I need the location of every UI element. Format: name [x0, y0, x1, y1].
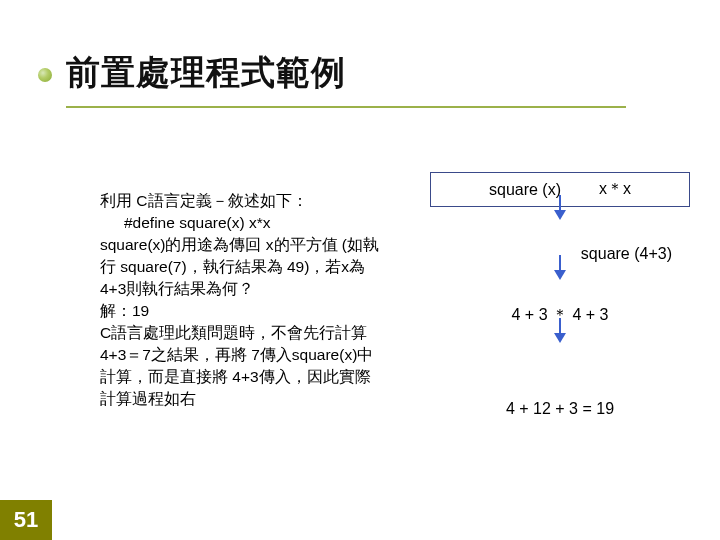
box-left: square (x)	[489, 181, 561, 199]
step2-a: 4 + 3	[512, 306, 548, 323]
slide: 前置處理程式範例 利用 C語言定義－敘述如下： #define square(x…	[0, 0, 720, 540]
box-right-star-icon: ＊	[607, 180, 623, 197]
final-line: 4 + 12 + 3 = 19	[430, 400, 690, 418]
arrow-2	[430, 273, 690, 301]
arrow-1	[430, 213, 690, 241]
title-bullet-icon	[38, 68, 52, 82]
body-text: 利用 C語言定義－敘述如下： #define square(x) x*x squ…	[100, 190, 380, 410]
step2-b: 4 + 3	[572, 306, 608, 323]
body-line-4: 解：19	[100, 302, 149, 319]
box-right-a: x	[599, 180, 607, 197]
page-number: 51	[0, 500, 52, 540]
body-line-1: 利用 C語言定義－敘述如下：	[100, 192, 308, 209]
body-line-3: square(x)的用途為傳回 x的平方值 (如執行 square(7)，執行結…	[100, 236, 379, 297]
arrow-3	[430, 336, 690, 364]
title-underline	[66, 106, 626, 108]
body-line-2: #define square(x) x*x	[100, 212, 380, 234]
body-line-5: C語言處理此類問題時，不會先行計算 4+3＝7之結果，再將 7傳入square(…	[100, 324, 373, 407]
box-right-b: x	[623, 180, 631, 197]
slide-title: 前置處理程式範例	[66, 50, 346, 96]
diagram: square (x) x＊x square (4+3) 4 + 3 ＊ 4 + …	[430, 172, 690, 418]
box-right: x＊x	[599, 179, 631, 200]
